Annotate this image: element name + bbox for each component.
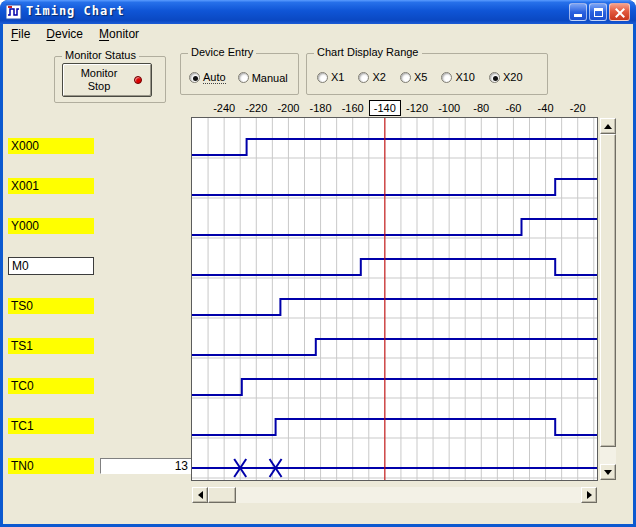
chart-display-range-group-label: Chart Display Range bbox=[314, 46, 422, 58]
radio-button-icon bbox=[358, 72, 369, 83]
radio-label: X2 bbox=[372, 71, 385, 83]
radio-label: X5 bbox=[414, 71, 427, 83]
signal-label-x000[interactable]: X000 bbox=[8, 138, 94, 154]
scroll-left-button[interactable] bbox=[192, 487, 208, 503]
timing-chart-window: Timing Chart File Device Monitor Monitor… bbox=[0, 0, 636, 527]
radio-label: X1 bbox=[331, 71, 344, 83]
signal-label-y000[interactable]: Y000 bbox=[8, 218, 94, 234]
radio-label: Manual bbox=[252, 72, 288, 84]
radio-selected-dot-icon bbox=[193, 76, 198, 81]
range-radio-x10[interactable]: X10 bbox=[441, 71, 475, 83]
radio-selected-dot-icon bbox=[493, 76, 498, 81]
signal-label-m0[interactable]: M0 bbox=[8, 257, 94, 275]
scroll-right-button[interactable] bbox=[581, 487, 597, 503]
radio-label: Auto bbox=[203, 71, 226, 84]
time-axis-tick: -20 bbox=[570, 102, 586, 114]
title-bar[interactable]: Timing Chart bbox=[0, 0, 636, 24]
radio-button-icon bbox=[189, 72, 200, 83]
time-axis-tick: -120 bbox=[406, 102, 428, 114]
arrow-down-icon bbox=[604, 470, 612, 475]
signal-label-tc1[interactable]: TC1 bbox=[8, 418, 94, 434]
timing-chart-canvas bbox=[192, 118, 597, 480]
arrow-left-icon bbox=[198, 491, 203, 499]
device-entry-radio-manual[interactable]: Manual bbox=[238, 72, 288, 84]
time-axis: -240-220-200-180-160-140-120-100-80-60-4… bbox=[192, 100, 597, 117]
scroll-up-button[interactable] bbox=[600, 118, 616, 134]
chart-display-range-options: X1X2X5X10X20 bbox=[317, 71, 523, 83]
monitor-stop-label-line1: Monitor bbox=[81, 67, 118, 79]
time-axis-tick: -100 bbox=[438, 102, 460, 114]
maximize-icon bbox=[594, 8, 603, 17]
window-controls bbox=[569, 3, 630, 21]
device-entry-group-label: Device Entry bbox=[188, 46, 256, 58]
scroll-down-button[interactable] bbox=[600, 464, 616, 480]
minimize-icon bbox=[574, 14, 582, 17]
close-button[interactable] bbox=[609, 3, 630, 21]
monitor-status-group-label: Monitor Status bbox=[62, 49, 139, 61]
time-axis-tick: -200 bbox=[277, 102, 299, 114]
radio-label: X10 bbox=[455, 71, 475, 83]
monitor-led-icon bbox=[134, 76, 142, 84]
device-entry-radio-auto[interactable]: Auto bbox=[189, 71, 226, 84]
vertical-scrollbar[interactable] bbox=[600, 118, 616, 480]
signal-label-tn0[interactable]: TN0 bbox=[8, 458, 94, 474]
arrow-right-icon bbox=[587, 491, 592, 499]
time-axis-tick: -240 bbox=[213, 102, 235, 114]
range-radio-x20[interactable]: X20 bbox=[489, 71, 523, 83]
radio-button-icon bbox=[400, 72, 411, 83]
chart-area[interactable] bbox=[192, 118, 597, 480]
time-axis-tick: -60 bbox=[505, 102, 521, 114]
time-axis-tick: -220 bbox=[245, 102, 267, 114]
signal-label-ts0[interactable]: TS0 bbox=[8, 298, 94, 314]
minimize-button[interactable] bbox=[569, 3, 587, 21]
radio-button-icon bbox=[441, 72, 452, 83]
device-entry-group: Device Entry AutoManual bbox=[180, 53, 299, 95]
time-axis-tick: -40 bbox=[538, 102, 554, 114]
time-axis-tick: -80 bbox=[473, 102, 489, 114]
vertical-scrollbar-thumb[interactable] bbox=[600, 134, 616, 447]
radio-button-icon bbox=[238, 72, 249, 83]
maximize-button[interactable] bbox=[589, 3, 607, 21]
radio-label: X20 bbox=[503, 71, 523, 83]
time-axis-tick: -180 bbox=[310, 102, 332, 114]
menu-device[interactable]: Device bbox=[38, 25, 91, 43]
signal-label-x001[interactable]: X001 bbox=[8, 178, 94, 194]
radio-button-icon bbox=[489, 72, 500, 83]
radio-button-icon bbox=[317, 72, 328, 83]
arrow-up-icon bbox=[604, 124, 612, 129]
menu-monitor[interactable]: Monitor bbox=[91, 25, 147, 43]
monitor-stop-label-line2: Stop bbox=[88, 80, 111, 92]
device-entry-options: AutoManual bbox=[189, 71, 288, 84]
time-axis-current-tick: -140 bbox=[369, 100, 401, 116]
chart-display-range-group: Chart Display Range X1X2X5X10X20 bbox=[306, 53, 548, 95]
time-axis-tick: -160 bbox=[342, 102, 364, 114]
close-icon bbox=[610, 4, 629, 20]
range-radio-x1[interactable]: X1 bbox=[317, 71, 344, 83]
range-radio-x5[interactable]: X5 bbox=[400, 71, 427, 83]
signal-value-tn0[interactable]: 13 bbox=[100, 458, 193, 474]
range-radio-x2[interactable]: X2 bbox=[358, 71, 385, 83]
app-icon bbox=[6, 4, 22, 20]
menu-file[interactable]: File bbox=[3, 25, 38, 43]
horizontal-scrollbar[interactable] bbox=[192, 487, 597, 503]
signal-label-tc0[interactable]: TC0 bbox=[8, 378, 94, 394]
monitor-stop-button[interactable]: Monitor Stop bbox=[62, 63, 152, 97]
horizontal-scrollbar-thumb[interactable] bbox=[208, 487, 236, 503]
menu-bar: File Device Monitor bbox=[3, 24, 633, 44]
signal-label-ts1[interactable]: TS1 bbox=[8, 338, 94, 354]
window-title: Timing Chart bbox=[26, 4, 125, 18]
